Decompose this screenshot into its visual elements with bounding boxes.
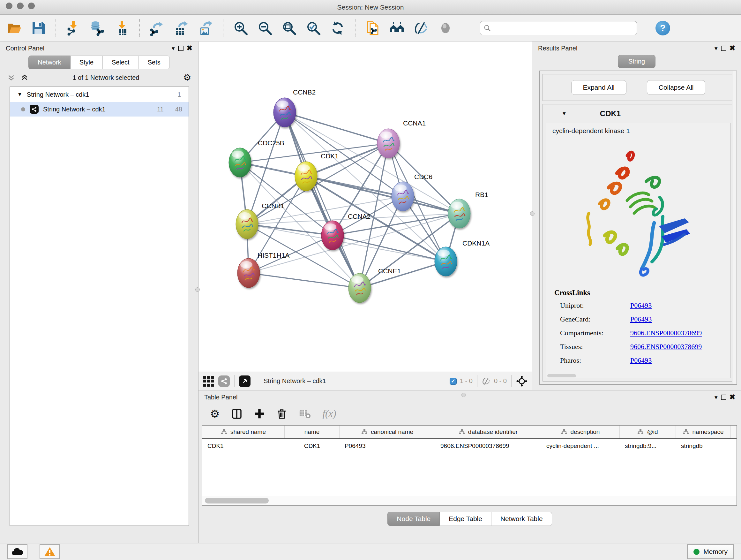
column-header-database-identifier[interactable]: database identifier (435, 426, 541, 438)
network-node-hist1h1a[interactable] (238, 258, 260, 288)
export-network-icon[interactable] (149, 20, 165, 37)
refresh-icon[interactable] (329, 20, 346, 37)
import-table-icon[interactable] (114, 20, 130, 37)
crosslink-link[interactable]: 9606.ENSP00000378699 (630, 329, 702, 337)
crosslink-link[interactable]: P06493 (630, 301, 652, 309)
birds-eye-view-icon[interactable] (239, 375, 251, 387)
zoom-selected-icon[interactable] (305, 20, 322, 37)
network-canvas[interactable]: CCNB2CCNA1CDC25BCDK1CDC6RB1CCNB1CCNA2CDK… (199, 42, 532, 372)
network-node-ccnb2[interactable] (273, 98, 296, 127)
panel-float-icon[interactable] (178, 46, 184, 51)
zoom-out-icon[interactable] (257, 20, 273, 37)
expand-all-button[interactable]: Expand All (571, 80, 626, 95)
show-columns-icon[interactable] (231, 408, 243, 420)
toolbar-search[interactable] (480, 21, 637, 35)
selected-count-indicator[interactable]: ✓ 1 - 0 (450, 377, 473, 385)
crosshair-icon[interactable] (516, 375, 528, 387)
hide-selected-icon[interactable] (413, 20, 429, 37)
expand-all-icon[interactable] (20, 73, 29, 82)
zoom-in-icon[interactable] (232, 20, 249, 37)
collapse-all-icon[interactable] (7, 73, 15, 82)
add-column-icon[interactable] (254, 408, 265, 419)
memory-button[interactable]: Memory (687, 544, 734, 559)
help-icon[interactable]: ? (656, 21, 670, 36)
zoom-fit-icon[interactable] (281, 20, 297, 37)
table-settings-icon[interactable]: ⚙ (210, 408, 219, 419)
clone-network-icon[interactable] (364, 20, 381, 37)
network-edge[interactable] (249, 273, 360, 288)
crosslink-link[interactable]: 9606.ENSP00000378699 (630, 343, 702, 351)
panel-close-icon[interactable]: ✖ (730, 44, 735, 52)
tab-node-table[interactable]: Node Table (387, 512, 440, 526)
window-controls[interactable] (6, 3, 35, 9)
network-thumbnail-icon[interactable] (218, 375, 230, 387)
network-node-ccnb1[interactable] (236, 209, 258, 239)
panel-menu-icon[interactable]: ▾ (715, 394, 718, 401)
grid-mode-icon[interactable] (203, 376, 214, 387)
highlight-icon[interactable] (437, 20, 454, 37)
network-node-cdc6[interactable] (392, 182, 414, 211)
scrollbar-thumb[interactable] (205, 498, 269, 503)
cloud-button[interactable] (7, 544, 27, 559)
import-network-database-icon[interactable] (89, 20, 106, 37)
panel-close-icon[interactable]: ✖ (187, 44, 192, 52)
column-header--id[interactable]: @id (620, 426, 676, 438)
import-network-file-icon[interactable] (65, 20, 82, 37)
export-image-icon[interactable] (197, 20, 214, 37)
open-session-icon[interactable] (6, 20, 22, 37)
function-builder-icon[interactable]: f(x) (322, 408, 336, 420)
panel-float-icon[interactable] (721, 395, 726, 400)
vertical-scrollbar-track[interactable] (732, 71, 737, 384)
network-options-gear-icon[interactable]: ⚙ (183, 73, 191, 82)
warnings-button[interactable] (40, 544, 60, 559)
network-edge[interactable] (333, 235, 446, 261)
minimize-window-button[interactable] (17, 3, 23, 9)
network-node-ccna1[interactable] (377, 129, 400, 158)
column-header-namespace[interactable]: namespace (676, 426, 731, 438)
network-node-ccna2[interactable] (321, 221, 344, 250)
column-header-shared-name[interactable]: shared name (202, 426, 285, 438)
collapse-all-button[interactable]: Collapse All (647, 80, 705, 95)
tab-sets[interactable]: Sets (139, 56, 170, 69)
crosslink-link[interactable]: P06493 (630, 356, 652, 364)
panel-float-icon[interactable] (721, 46, 726, 51)
horizontal-scrollbar[interactable] (547, 374, 576, 377)
panel-menu-icon[interactable]: ▾ (172, 45, 175, 52)
tab-network[interactable]: Network (28, 56, 70, 69)
column-header-name[interactable]: name (285, 426, 340, 438)
network-row[interactable]: String Network – cdk1 11 48 (10, 102, 189, 117)
network-node-cdc25b[interactable] (229, 148, 251, 177)
close-window-button[interactable] (6, 3, 12, 9)
save-session-icon[interactable] (30, 20, 47, 37)
right-splitter-handle[interactable] (530, 211, 535, 216)
collection-expand-icon[interactable]: ▼ (17, 91, 22, 98)
network-edge[interactable] (247, 143, 388, 224)
gene-section-header[interactable]: ▼ CDK1 (543, 105, 733, 123)
column-header-description[interactable]: description (541, 426, 620, 438)
hidden-count-indicator[interactable]: 0 - 0 (482, 377, 507, 386)
delete-column-icon[interactable] (276, 408, 287, 419)
network-node-ccne1[interactable] (348, 273, 371, 303)
network-collection-row[interactable]: ▼ String Network – cdk1 1 (10, 87, 189, 102)
column-header-canonical-name[interactable]: canonical name (340, 426, 435, 438)
delete-table-icon[interactable] (299, 408, 311, 420)
panel-menu-icon[interactable]: ▾ (715, 45, 718, 52)
left-splitter-handle[interactable] (195, 287, 200, 292)
maximize-window-button[interactable] (28, 3, 35, 9)
network-edge[interactable] (285, 112, 388, 143)
network-edge[interactable] (360, 261, 446, 288)
tab-edge-table[interactable]: Edge Table (440, 512, 491, 526)
table-row[interactable]: CDK1CDK1P064939606.ENSP00000378699cyclin… (202, 439, 737, 453)
table-horizontal-scrollbar[interactable] (202, 496, 737, 505)
bottom-splitter-handle[interactable] (461, 393, 466, 397)
network-node-cdk1[interactable] (295, 162, 317, 191)
crosslink-link[interactable]: P06493 (630, 315, 652, 323)
tab-network-table[interactable]: Network Table (491, 512, 552, 526)
section-expand-icon[interactable]: ▼ (562, 111, 567, 117)
search-input[interactable] (494, 24, 633, 32)
tab-style[interactable]: Style (71, 56, 103, 69)
network-node-rb1[interactable] (448, 199, 470, 228)
panel-close-icon[interactable]: ✖ (730, 393, 735, 401)
tab-string[interactable]: String (618, 55, 656, 68)
tab-select[interactable]: Select (103, 56, 139, 69)
